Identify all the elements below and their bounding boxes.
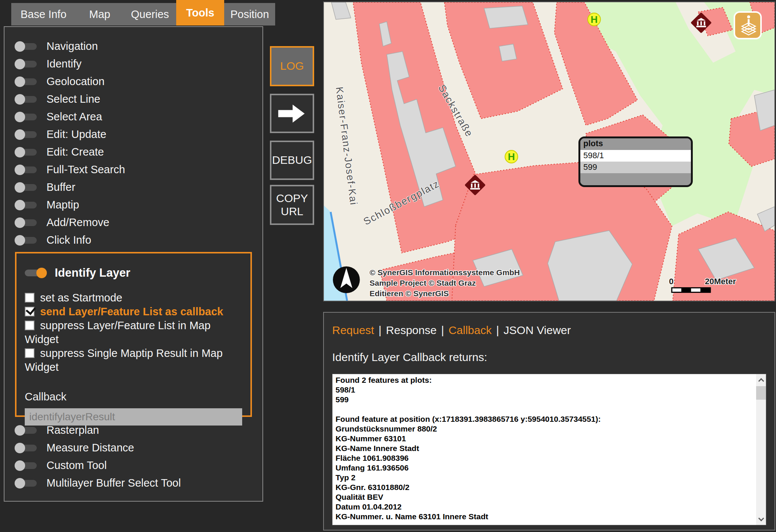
toggle-edit-create[interactable]: Edit: Create [16, 143, 125, 161]
toggle-switch[interactable] [16, 96, 37, 103]
popup-footer [580, 173, 691, 183]
tab-queries[interactable]: Queries [124, 3, 176, 25]
toggle-navigation[interactable]: Navigation [16, 37, 125, 55]
identify-layer-title: Identify Layer [55, 266, 130, 280]
layers-info-icon [739, 15, 757, 36]
tab-position[interactable]: Position [224, 3, 275, 25]
scrollbar-thumb[interactable] [756, 386, 766, 400]
toggle-maptip[interactable]: Maptip [16, 196, 125, 214]
toggle-switch[interactable] [16, 131, 37, 138]
toggle-select-area[interactable]: Select Area [16, 108, 125, 126]
popup-feature-row[interactable]: 599 [580, 162, 691, 173]
toggle-buffer[interactable]: Buffer [16, 178, 125, 196]
arrow-right-icon [277, 101, 307, 126]
toggle-switch[interactable] [16, 202, 37, 208]
popup-feature-row[interactable]: 598/1 [580, 150, 691, 162]
toggle-switch[interactable] [16, 462, 37, 469]
toggle-switch[interactable] [16, 427, 37, 434]
checkbox-row-suppress-list[interactable]: suppress Layer/Feature List in Map Widge… [25, 319, 237, 346]
toggle-switch[interactable] [16, 480, 37, 487]
transit-stop-marker[interactable]: H [505, 150, 518, 163]
compass-icon [333, 266, 360, 293]
checkbox[interactable] [25, 348, 34, 358]
svg-text:20Meter: 20Meter [705, 277, 736, 286]
tab-base-info[interactable]: Base Info [11, 3, 76, 25]
toggle-rasterplan[interactable]: Rasterplan [16, 421, 181, 439]
toggle-click-info[interactable]: Click Info [16, 231, 125, 249]
checkbox[interactable] [25, 293, 34, 303]
checkbox-row-suppress-maptip[interactable]: suppress Single Maptip Result in Map Wid… [25, 346, 237, 374]
toggle-switch[interactable] [16, 61, 37, 67]
toggle-switch[interactable] [16, 445, 37, 451]
checkbox-row-send-callback[interactable]: send Layer/Feature List as callback [25, 305, 237, 319]
toggle-switch[interactable] [16, 149, 37, 156]
toggle-measure-distance[interactable]: Measure Distance [16, 439, 181, 457]
tab-request[interactable]: Request [332, 324, 374, 337]
svg-text:H: H [590, 14, 598, 25]
checkbox[interactable] [25, 321, 34, 330]
toggle-switch[interactable] [16, 237, 37, 244]
tab-json-viewer[interactable]: JSON Viewer [503, 324, 571, 337]
toggle-add-remove[interactable]: Add/Remove [16, 214, 125, 231]
toggle-select-line[interactable]: Select Line [16, 90, 125, 108]
toggle-edit-update[interactable]: Edit: Update [16, 126, 125, 143]
scroll-down-icon[interactable] [756, 514, 766, 525]
tools-panel: Navigation Identify Geolocation Select L… [4, 26, 263, 502]
toggle-multilayer-buffer[interactable]: Multilayer Buffer Select Tool [16, 474, 181, 492]
checkbox-row-startmode[interactable]: set as Startmode [25, 291, 237, 305]
toggle-full-text-search[interactable]: Full-Text Search [16, 161, 125, 178]
tool-toggle-list: Navigation Identify Geolocation Select L… [16, 37, 125, 249]
debug-button[interactable]: DEBUG [270, 141, 314, 180]
svg-text:H: H [508, 151, 515, 162]
toggle-identify[interactable]: Identify [16, 55, 125, 73]
tab-tools[interactable]: Tools [176, 0, 224, 25]
copy-url-button[interactable]: COPY URL [270, 185, 314, 225]
identify-layer-panel: Identify Layer set as Startmode send Lay… [15, 252, 252, 417]
identify-layer-toggle[interactable] [25, 270, 46, 276]
street-label-kai: Kaiser-Franz-Josef-Kai [334, 86, 360, 206]
toggle-switch[interactable] [16, 43, 37, 50]
callback-label: Callback [25, 391, 243, 403]
tool-toggle-list-bottom: Rasterplan Measure Distance Custom Tool … [16, 421, 181, 492]
callback-returns-heading: Identify Layer Callback returns: [332, 351, 775, 364]
toggle-geolocation[interactable]: Geolocation [16, 73, 125, 90]
tab-map[interactable]: Map [76, 3, 124, 25]
tab-response[interactable]: Response [386, 324, 437, 337]
svg-text:Sample Project © Stadt Graz: Sample Project © Stadt Graz [370, 279, 476, 287]
popup-title: plots [580, 138, 691, 150]
svg-text:© SynerGIS Informationssysteme: © SynerGIS Informationssysteme GmbH [370, 268, 520, 277]
results-panel: Request | Response | Callback | JSON Vie… [323, 312, 775, 531]
toggle-switch[interactable] [16, 114, 37, 120]
svg-text:Editieren © SynerGIS: Editieren © SynerGIS [370, 289, 449, 298]
feature-popup: plots 598/1 599 [578, 136, 693, 187]
log-button[interactable]: LOG [270, 46, 314, 86]
toggle-custom-tool[interactable]: Custom Tool [16, 457, 181, 474]
main-tab-bar: Base Info Map Queries Tools Position [11, 3, 275, 25]
layers-info-button[interactable] [734, 11, 762, 39]
tab-callback[interactable]: Callback [448, 324, 491, 337]
scroll-up-icon[interactable] [756, 374, 766, 385]
results-tab-bar: Request | Response | Callback | JSON Vie… [332, 324, 775, 337]
callback-log-text: Found 2 features at plots: 598/1 599 Fou… [333, 374, 756, 525]
transit-stop-marker[interactable]: H [588, 13, 601, 26]
checkbox-checked[interactable] [25, 307, 34, 316]
forward-button[interactable] [270, 94, 314, 133]
toggle-switch[interactable] [16, 219, 37, 226]
toggle-switch[interactable] [16, 78, 37, 85]
basemap: Kaiser-Franz-Josef-Kai Sackstraße Schloß… [324, 2, 775, 301]
svg-text:0: 0 [669, 277, 673, 286]
callback-log-output[interactable]: Found 2 features at plots: 598/1 599 Fou… [332, 374, 766, 525]
toggle-switch[interactable] [16, 166, 37, 173]
toggle-switch[interactable] [16, 184, 37, 191]
map-viewport[interactable]: Kaiser-Franz-Josef-Kai Sackstraße Schloß… [323, 1, 775, 301]
log-scrollbar[interactable] [756, 374, 766, 525]
